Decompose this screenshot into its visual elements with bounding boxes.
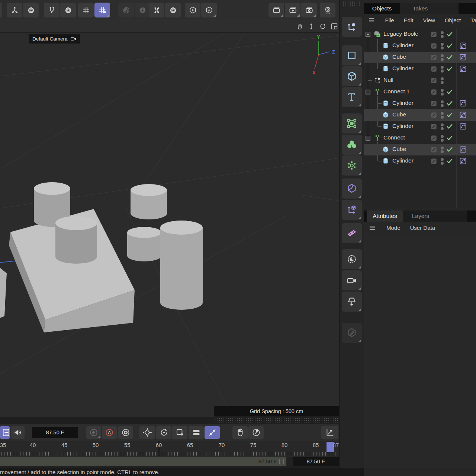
visibility-dot[interactable]: [441, 158, 444, 161]
symmetry-button[interactable]: [149, 3, 164, 17]
spline-square-button[interactable]: [342, 45, 362, 65]
visibility-dot[interactable]: [441, 77, 444, 80]
tree-row-cylinder[interactable]: Cylinder: [364, 98, 476, 109]
tab-takes[interactable]: Takes: [400, 3, 441, 14]
enabled-check-icon[interactable]: [446, 123, 453, 130]
menu-user-data[interactable]: User Data: [410, 225, 435, 231]
phong-tag-icon[interactable]: [459, 100, 467, 107]
render-settings-button[interactable]: [301, 3, 317, 17]
mouse-input-button[interactable]: [232, 426, 248, 439]
enabled-check-icon[interactable]: [446, 42, 453, 49]
visibility-dot[interactable]: [441, 31, 444, 34]
object-label[interactable]: Legacy Boole: [383, 30, 418, 37]
edit-toggle-icon[interactable]: [430, 77, 437, 84]
visibility-dot[interactable]: [441, 46, 444, 49]
visibility-dot[interactable]: [441, 147, 444, 149]
tall-cylinder[interactable]: [160, 221, 203, 310]
object-label[interactable]: Cylinder: [392, 157, 414, 164]
volume-cubes-button[interactable]: [342, 135, 362, 155]
text-tool-button[interactable]: [342, 87, 362, 107]
visibility-dot[interactable]: [441, 100, 444, 103]
tree-row-cube[interactable]: Cube: [364, 144, 476, 155]
edit-toggle-icon[interactable]: [430, 135, 437, 142]
hamburger-icon[interactable]: [368, 17, 376, 24]
rings-button[interactable]: [118, 3, 134, 17]
tree-row-connect[interactable]: −Connect: [364, 132, 476, 144]
partial-brick[interactable]: [0, 268, 7, 318]
tab-layers[interactable]: Layers: [403, 210, 438, 222]
edit-toggle-icon[interactable]: [430, 65, 437, 73]
object-label[interactable]: Connect.1: [383, 88, 410, 95]
settings-gear-button[interactable]: [135, 3, 150, 17]
generator-flower-button[interactable]: [342, 155, 362, 176]
scene-3d[interactable]: Y Z X: [0, 33, 339, 417]
visibility-dot[interactable]: [441, 35, 444, 38]
preview-range-slider[interactable]: 87.50 F: [0, 457, 286, 466]
null-tool-button[interactable]: [342, 17, 362, 37]
tree-row-cylinder[interactable]: Cylinder: [364, 40, 476, 52]
visibility-dot[interactable]: [441, 58, 444, 61]
frame-view-button[interactable]: [329, 22, 339, 31]
camera-tool-button[interactable]: [342, 270, 362, 290]
tree-row-cylinder[interactable]: Cylinder: [364, 63, 476, 75]
edit-toggle-icon[interactable]: [430, 42, 437, 49]
expander-minus[interactable]: −: [366, 32, 370, 37]
floating-cylinder[interactable]: [131, 184, 167, 219]
enabled-check-icon[interactable]: [446, 88, 453, 96]
visibility-dot[interactable]: [441, 54, 444, 57]
menu-edit[interactable]: Edit: [404, 17, 414, 23]
grid-button[interactable]: [78, 3, 94, 17]
current-frame-field[interactable]: 87.50 F: [32, 427, 78, 438]
pla-keys-button[interactable]: [205, 426, 220, 439]
key-cycle-button[interactable]: [156, 426, 171, 439]
visibility-dot[interactable]: [441, 104, 444, 107]
object-label[interactable]: Cylinder: [392, 42, 414, 49]
dock-grip[interactable]: [342, 1, 361, 7]
visibility-dot[interactable]: [441, 135, 444, 138]
mograph-clone-button[interactable]: [342, 223, 362, 243]
visibility-dot[interactable]: [441, 93, 444, 96]
lego-brick[interactable]: [9, 182, 135, 332]
axis-tool-button[interactable]: [7, 3, 22, 17]
phong-tag-icon[interactable]: [459, 123, 467, 130]
enabled-check-icon[interactable]: [446, 157, 453, 165]
object-label[interactable]: Cube: [392, 146, 406, 152]
webcam-button[interactable]: [320, 3, 335, 17]
visibility-dot[interactable]: [441, 112, 444, 115]
tree-row-cylinder[interactable]: Cylinder: [364, 121, 476, 132]
render-picture-button[interactable]: [285, 3, 300, 17]
phong-tag-icon[interactable]: [459, 111, 467, 119]
tree-row-legacy-boole[interactable]: −Legacy Boole: [364, 29, 476, 40]
expander-minus[interactable]: −: [366, 136, 370, 141]
tree-row-cylinder[interactable]: Cylinder: [364, 155, 476, 167]
phong-tag-icon[interactable]: [459, 146, 467, 153]
edit-toggle-icon[interactable]: [430, 112, 437, 119]
cube-primitive-button[interactable]: [342, 66, 362, 86]
range-grip[interactable]: [279, 459, 284, 464]
phong-tag-icon[interactable]: [459, 54, 467, 61]
tab-objects[interactable]: Objects: [364, 3, 400, 14]
menu-mode[interactable]: Mode: [386, 225, 401, 231]
tree-row-null[interactable]: Null: [364, 75, 476, 86]
visibility-dot[interactable]: [441, 150, 444, 153]
menu-tags-cut[interactable]: Ta: [470, 17, 476, 23]
visibility-dot[interactable]: [441, 123, 444, 126]
short-cylinder[interactable]: [127, 227, 161, 261]
visibility-dot[interactable]: [441, 116, 444, 119]
object-label[interactable]: Cylinder: [392, 123, 414, 129]
edit-toggle-icon[interactable]: [430, 54, 437, 61]
field-hexagon-button[interactable]: [342, 178, 362, 199]
edit-toggle-icon[interactable]: [430, 123, 437, 130]
blank-button[interactable]: [0, 3, 2, 17]
visibility-dot[interactable]: [441, 162, 444, 165]
keyframe-settings-button[interactable]: [118, 426, 133, 439]
menu-object[interactable]: Object: [445, 17, 461, 23]
edit-toggle-icon[interactable]: [430, 89, 437, 96]
tree-row-connect-1[interactable]: −Connect.1: [364, 86, 476, 98]
viewport[interactable]: Y Z X Default Camera Grid Spacing : 500 …: [0, 20, 339, 417]
zoom-updown-button[interactable]: [306, 22, 316, 31]
render-view-button[interactable]: [268, 3, 284, 17]
object-label[interactable]: Cube: [392, 54, 406, 60]
hex-a-button[interactable]: A: [201, 3, 217, 17]
deformer-axis-button[interactable]: [342, 200, 362, 220]
